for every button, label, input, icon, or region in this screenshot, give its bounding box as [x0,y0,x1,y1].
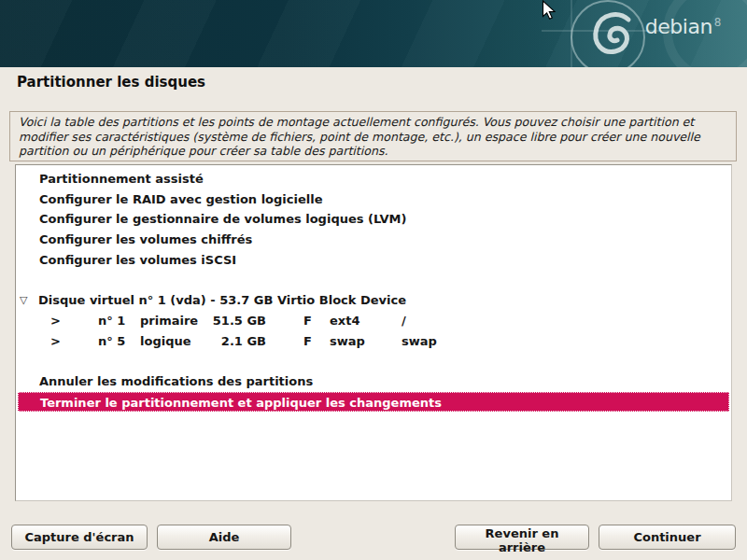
mouse-cursor-icon [542,0,557,21]
partition-mountpoint: / [402,311,406,331]
partition-size: 2.1 GB [184,331,266,352]
brand-logo-text: debian8 [645,15,721,38]
partition-row[interactable]: > n° 5 logique 2.1 GB F swap swap [16,331,731,352]
list-item-undo-changes[interactable]: Annuler les modifications des partitions [16,371,731,392]
brand-version: 8 [714,16,721,29]
spacer-row [16,351,731,371]
partition-row[interactable]: > n° 1 primaire 51.5 GB F ext4 / [16,311,731,331]
spacer-row [16,270,731,290]
list-item-label: Configurer les volumes chiffrés [39,232,252,246]
list-item-configure-iscsi[interactable]: Configurer les volumes iSCSI [16,250,731,271]
partition-flag: F [303,311,312,331]
go-back-button[interactable]: Revenir en arrière [455,525,589,550]
partition-mountpoint: swap [402,331,437,352]
expander-down-icon[interactable]: ▽ [20,290,35,311]
list-item-configure-raid[interactable]: Configurer le RAID avec gestion logiciel… [16,189,731,210]
list-item-configure-lvm[interactable]: Configurer le gestionnaire de volumes lo… [16,209,731,230]
partition-list: Partitionnement assisté Configurer le RA… [15,164,732,501]
list-item-label: Partitionnement assisté [39,172,204,186]
installer-banner: debian8 [0,0,747,67]
help-button[interactable]: Aide [157,525,291,550]
list-item-configure-encrypted[interactable]: Configurer les volumes chiffrés [16,230,731,250]
list-item-label: Configurer le gestionnaire de volumes lo… [39,212,406,226]
partition-filesystem: swap [330,331,365,352]
list-item-label: Annuler les modifications des partitions [39,374,313,388]
screenshot-button[interactable]: Capture d'écran [11,525,148,550]
list-item-finish-partitioning-selected[interactable]: Terminer le partitionnement et appliquer… [18,392,729,413]
list-item-guided-partitioning[interactable]: Partitionnement assisté [16,169,731,189]
continue-button[interactable]: Continuer [599,525,736,550]
partition-number: n° 1 [98,311,125,331]
page-title: Partitionner les disques [17,74,205,91]
disk-label: Disque virtuel n° 1 (vda) - 53.7 GB Virt… [38,290,406,311]
partition-number: n° 5 [98,331,125,352]
disk-header-row[interactable]: ▽ Disque virtuel n° 1 (vda) - 53.7 GB Vi… [16,290,731,311]
partition-size: 51.5 GB [184,311,266,331]
description-box: Voici la table des partitions et les poi… [9,111,737,161]
partition-filesystem: ext4 [330,311,359,331]
list-item-label: Configurer le RAID avec gestion logiciel… [39,192,323,206]
partition-marker-icon: > [50,311,61,331]
partition-flag: F [303,331,312,352]
partition-marker-icon: > [50,331,61,352]
list-item-label: Configurer les volumes iSCSI [39,253,236,267]
